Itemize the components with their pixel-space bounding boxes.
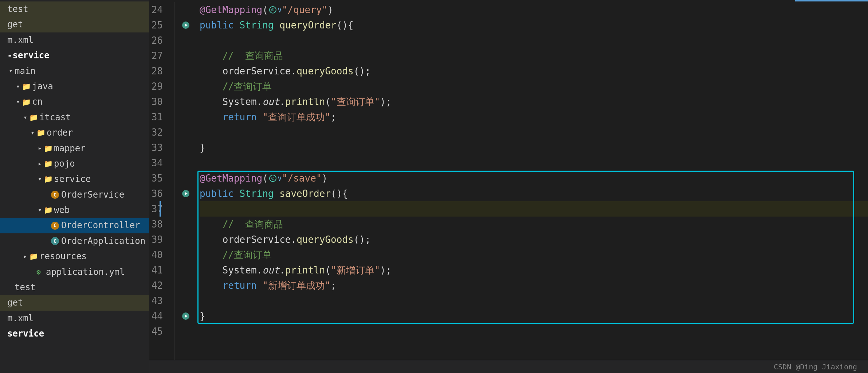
line-numbers: 24 25 26 27 28 29 30 31 32 33 34 35 36 3… — [149, 2, 175, 360]
chevron-icon — [38, 159, 44, 169]
gutter-icons — [175, 2, 197, 360]
code-line-38: // 查询商品 — [200, 217, 868, 232]
gutter-run-44[interactable] — [175, 308, 197, 324]
sidebar-item-service-folder[interactable]: 📁 service — [0, 171, 149, 187]
sidebar-item-application-yml[interactable]: ⚙ application.yml — [0, 264, 149, 280]
chevron-icon — [38, 143, 44, 154]
sidebar-item-java[interactable]: 📁 java — [0, 79, 149, 94]
code-line-43 — [200, 293, 868, 308]
sidebar-item-cn[interactable]: 📁 cn — [0, 94, 149, 109]
author-label: CSDN @Ding Jiaxiong — [774, 362, 857, 371]
editor-content: 24 25 26 27 28 29 30 31 32 33 34 35 36 3… — [149, 2, 868, 360]
sidebar-item-test[interactable]: test — [0, 1, 149, 17]
sidebar-item-mxml2[interactable]: m.xml — [0, 311, 149, 326]
code-editor: 24 25 26 27 28 29 30 31 32 33 34 35 36 3… — [149, 0, 868, 373]
sidebar-item-pojo[interactable]: 📁 pojo — [0, 156, 149, 171]
code-line-30: System.out.println("查询订单"); — [200, 94, 868, 109]
code-line-35: @GetMapping(©∨"/save") — [200, 171, 868, 186]
code-line-26 — [200, 33, 868, 48]
sidebar-item-orderservice[interactable]: C OrderService — [0, 187, 149, 202]
sidebar-item-service-bold[interactable]: -service — [0, 48, 149, 63]
chevron-icon — [23, 112, 29, 123]
sidebar-item-test2[interactable]: test — [0, 280, 149, 295]
file-tree[interactable]: test get m.xml -service main 📁 java 📁 cn… — [0, 0, 149, 373]
code-line-29: //查询订单 — [200, 79, 868, 94]
chevron-icon — [31, 128, 36, 138]
sidebar-item-itcast[interactable]: 📁 itcast — [0, 110, 149, 125]
class-icon-c: C — [51, 191, 59, 199]
chevron-icon — [16, 97, 22, 107]
code-line-34 — [200, 155, 868, 171]
code-line-36: public String saveOrder(){ — [200, 186, 868, 201]
svg-text:©: © — [271, 7, 274, 13]
code-line-24: @GetMapping(©∨"/query") — [200, 2, 868, 18]
code-line-45 — [200, 324, 868, 339]
sidebar-item-web[interactable]: 📁 web — [0, 202, 149, 218]
sidebar-item-get[interactable]: get — [0, 17, 149, 32]
sidebar-item-get2[interactable]: get — [0, 295, 149, 310]
code-line-44: } — [200, 308, 868, 324]
progress-bar — [795, 0, 868, 1]
sidebar-item-mxml[interactable]: m.xml — [0, 32, 149, 48]
class-icon-c: C — [51, 222, 59, 230]
sidebar-item-order[interactable]: 📁 order — [0, 125, 149, 140]
gutter-run-25[interactable] — [175, 18, 197, 33]
chevron-icon — [23, 251, 29, 262]
status-bar: CSDN @Ding Jiaxiong — [149, 360, 868, 373]
sidebar-item-main[interactable]: main — [0, 63, 149, 79]
code-line-28: orderService.queryGoods(); — [200, 63, 868, 79]
chevron-icon — [16, 81, 22, 92]
code-line-27: // 查询商品 — [200, 48, 868, 63]
code-lines[interactable]: @GetMapping(©∨"/query") public String qu… — [197, 2, 868, 360]
sidebar-item-mapper[interactable]: 📁 mapper — [0, 141, 149, 156]
code-line-37 — [200, 201, 868, 217]
chevron-icon — [9, 66, 15, 76]
code-line-40: //查询订单 — [200, 247, 868, 263]
svg-text:©: © — [271, 176, 274, 181]
chevron-icon — [38, 205, 44, 215]
code-line-31: return "查询订单成功"; — [200, 109, 868, 125]
code-line-42: return "新增订单成功"; — [200, 278, 868, 293]
class-icon-c: C — [51, 237, 59, 245]
code-line-32 — [200, 125, 868, 140]
sidebar-item-orderapplication[interactable]: C OrderApplication — [0, 233, 149, 249]
chevron-icon — [38, 174, 44, 184]
sidebar-item-service2[interactable]: service — [0, 326, 149, 341]
code-line-33: } — [200, 140, 868, 155]
sidebar-item-resources[interactable]: 📁 resources — [0, 249, 149, 264]
sidebar-item-ordercontroller[interactable]: C OrderController — [0, 218, 149, 233]
code-line-39: orderService.queryGoods(); — [200, 232, 868, 247]
code-line-41: System.out.println("新增订单"); — [200, 263, 868, 278]
gutter-run-36[interactable] — [175, 186, 197, 201]
code-line-25: public String queryOrder(){ — [200, 18, 868, 33]
